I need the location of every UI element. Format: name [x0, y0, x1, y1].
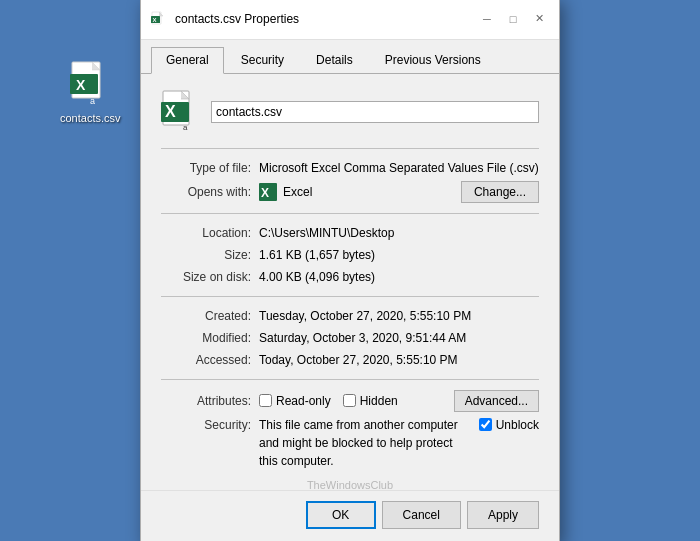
size-on-disk-label: Size on disk: [161, 268, 251, 286]
filetype-value: Microsoft Excel Comma Separated Values F… [259, 159, 539, 177]
tab-security[interactable]: Security [226, 47, 299, 74]
opens-with-label: Opens with: [161, 185, 251, 199]
titlebar-icon: X [151, 11, 167, 27]
tab-general[interactable]: General [151, 47, 224, 74]
file-icon-large: X a [161, 90, 201, 134]
attributes-row: Attributes: Read-only Hidden Advanced... [161, 390, 539, 412]
filetype-row: Type of file: Microsoft Excel Comma Sepa… [161, 159, 539, 177]
desktop-file-label: contacts.csv [60, 112, 121, 124]
security-text: This file came from another computer and… [259, 416, 469, 470]
size-on-disk-value: 4.00 KB (4,096 bytes) [259, 268, 539, 286]
readonly-checkbox-item[interactable]: Read-only [259, 394, 331, 408]
readonly-checkbox[interactable] [259, 394, 272, 407]
change-button[interactable]: Change... [461, 181, 539, 203]
size-label: Size: [161, 246, 251, 264]
modified-row: Modified: Saturday, October 3, 2020, 9:5… [161, 329, 539, 347]
maximize-button[interactable]: □ [501, 7, 525, 31]
modified-value: Saturday, October 3, 2020, 9:51:44 AM [259, 329, 539, 347]
unblock-label: Unblock [496, 418, 539, 432]
attributes-label: Attributes: [161, 394, 251, 408]
svg-text:X: X [153, 17, 157, 23]
readonly-label: Read-only [276, 394, 331, 408]
size-on-disk-row: Size on disk: 4.00 KB (4,096 bytes) [161, 268, 539, 286]
hidden-checkbox[interactable] [343, 394, 356, 407]
size-value: 1.61 KB (1,657 bytes) [259, 246, 539, 264]
svg-text:X: X [261, 186, 269, 200]
minimize-button[interactable]: ─ [475, 7, 499, 31]
accessed-label: Accessed: [161, 351, 251, 369]
unblock-checkbox-item[interactable]: Unblock [479, 418, 539, 432]
advanced-button[interactable]: Advanced... [454, 390, 539, 412]
apply-button[interactable]: Apply [467, 501, 539, 529]
modified-label: Modified: [161, 329, 251, 347]
titlebar-title: contacts.csv Properties [175, 12, 467, 26]
tab-bar: General Security Details Previous Versio… [141, 40, 559, 74]
security-content: This file came from another computer and… [259, 416, 539, 470]
created-label: Created: [161, 307, 251, 325]
svg-text:a: a [183, 123, 188, 132]
security-label: Security: [161, 416, 251, 434]
location-row: Location: C:\Users\MINTU\Desktop [161, 224, 539, 242]
properties-dialog: X contacts.csv Properties ─ □ ✕ General … [140, 0, 560, 541]
svg-text:X: X [165, 103, 176, 120]
attributes-content: Read-only Hidden Advanced... [259, 390, 539, 412]
location-value: C:\Users\MINTU\Desktop [259, 224, 539, 242]
svg-text:X: X [76, 77, 86, 93]
hidden-checkbox-item[interactable]: Hidden [343, 394, 398, 408]
desktop-file-icon-image: X a [70, 60, 110, 108]
unblock-area: Unblock [479, 416, 539, 432]
titlebar-controls: ─ □ ✕ [475, 7, 551, 31]
unblock-checkbox[interactable] [479, 418, 492, 431]
tab-previous-versions[interactable]: Previous Versions [370, 47, 496, 74]
accessed-row: Accessed: Today, October 27, 2020, 5:55:… [161, 351, 539, 369]
opens-with-app-name: Excel [283, 185, 312, 199]
hidden-label: Hidden [360, 394, 398, 408]
file-header-row: X a [161, 90, 539, 134]
security-row: Security: This file came from another co… [161, 416, 539, 470]
location-label: Location: [161, 224, 251, 242]
titlebar: X contacts.csv Properties ─ □ ✕ [141, 0, 559, 40]
tab-details[interactable]: Details [301, 47, 368, 74]
filename-input[interactable] [211, 101, 539, 123]
ok-button[interactable]: OK [306, 501, 376, 529]
cancel-button[interactable]: Cancel [382, 501, 461, 529]
desktop-csv-icon[interactable]: X a contacts.csv [60, 60, 121, 124]
dialog-button-row: OK Cancel Apply [141, 490, 559, 542]
excel-icon-small: X [259, 183, 277, 201]
svg-text:a: a [90, 96, 95, 106]
filetype-label: Type of file: [161, 159, 251, 177]
opens-with-row: Opens with: X Excel Change... [161, 181, 539, 203]
size-row: Size: 1.61 KB (1,657 bytes) [161, 246, 539, 264]
accessed-value: Today, October 27, 2020, 5:55:10 PM [259, 351, 539, 369]
created-value: Tuesday, October 27, 2020, 5:55:10 PM [259, 307, 539, 325]
tab-content-general: X a Type of file: Microsoft Excel Comma … [141, 74, 559, 490]
opens-with-content: X Excel Change... [259, 181, 539, 203]
close-button[interactable]: ✕ [527, 7, 551, 31]
created-row: Created: Tuesday, October 27, 2020, 5:55… [161, 307, 539, 325]
